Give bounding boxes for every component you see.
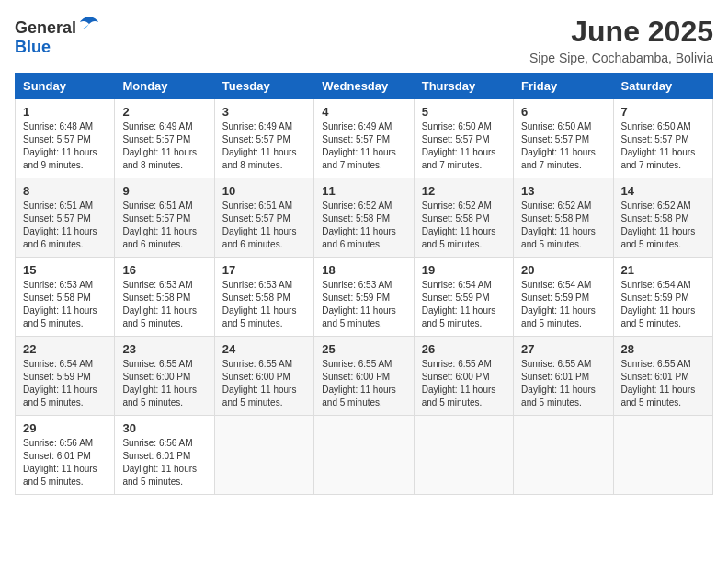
- calendar-cell: 17Sunrise: 6:53 AMSunset: 5:58 PMDayligh…: [214, 258, 313, 337]
- day-number: 10: [222, 184, 306, 198]
- day-info: Sunrise: 6:51 AMSunset: 5:57 PMDaylight:…: [122, 200, 206, 251]
- calendar-cell: 1Sunrise: 6:48 AMSunset: 5:57 PMDaylight…: [16, 99, 115, 178]
- calendar-cell: 30Sunrise: 6:56 AMSunset: 6:01 PMDayligh…: [115, 416, 214, 495]
- day-info: Sunrise: 6:55 AMSunset: 6:00 PMDaylight:…: [222, 358, 306, 409]
- month-title: June 2025: [529, 15, 713, 49]
- calendar-cell: 9Sunrise: 6:51 AMSunset: 5:57 PMDaylight…: [115, 178, 214, 258]
- day-info: Sunrise: 6:49 AMSunset: 5:57 PMDaylight:…: [222, 121, 306, 172]
- day-info: Sunrise: 6:51 AMSunset: 5:57 PMDaylight:…: [23, 200, 107, 251]
- day-info: Sunrise: 6:50 AMSunset: 5:57 PMDaylight:…: [521, 121, 605, 172]
- calendar-cell: 26Sunrise: 6:55 AMSunset: 6:00 PMDayligh…: [414, 337, 513, 416]
- calendar-week-row: 1Sunrise: 6:48 AMSunset: 5:57 PMDaylight…: [16, 99, 713, 178]
- day-number: 9: [122, 184, 206, 198]
- calendar-cell: 10Sunrise: 6:51 AMSunset: 5:57 PMDayligh…: [214, 178, 313, 258]
- day-info: Sunrise: 6:55 AMSunset: 6:01 PMDaylight:…: [521, 358, 605, 409]
- day-number: 28: [621, 342, 705, 356]
- day-number: 30: [122, 421, 206, 435]
- calendar-table: SundayMondayTuesdayWednesdayThursdayFrid…: [15, 73, 713, 495]
- calendar-cell: [613, 416, 712, 495]
- day-info: Sunrise: 6:51 AMSunset: 5:57 PMDaylight:…: [222, 200, 306, 251]
- day-info: Sunrise: 6:54 AMSunset: 5:59 PMDaylight:…: [23, 358, 107, 409]
- day-info: Sunrise: 6:55 AMSunset: 6:00 PMDaylight:…: [322, 358, 405, 409]
- day-info: Sunrise: 6:56 AMSunset: 6:01 PMDaylight:…: [122, 437, 206, 488]
- day-number: 14: [621, 184, 705, 198]
- day-info: Sunrise: 6:52 AMSunset: 5:58 PMDaylight:…: [521, 200, 605, 251]
- day-info: Sunrise: 6:52 AMSunset: 5:58 PMDaylight:…: [322, 200, 405, 251]
- weekday-header-saturday: Saturday: [613, 74, 712, 99]
- calendar-cell: 8Sunrise: 6:51 AMSunset: 5:57 PMDaylight…: [16, 178, 115, 258]
- calendar-cell: 18Sunrise: 6:53 AMSunset: 5:59 PMDayligh…: [314, 258, 414, 337]
- calendar-cell: [414, 416, 513, 495]
- weekday-header-tuesday: Tuesday: [214, 74, 313, 99]
- day-info: Sunrise: 6:52 AMSunset: 5:58 PMDaylight:…: [621, 200, 705, 251]
- day-number: 8: [23, 184, 107, 198]
- calendar-cell: [314, 416, 414, 495]
- calendar-body: 1Sunrise: 6:48 AMSunset: 5:57 PMDaylight…: [16, 99, 713, 495]
- logo-blue: Blue: [15, 38, 51, 56]
- calendar-cell: 6Sunrise: 6:50 AMSunset: 5:57 PMDaylight…: [514, 99, 613, 178]
- day-number: 13: [521, 184, 605, 198]
- day-number: 2: [122, 105, 206, 119]
- weekday-header-monday: Monday: [115, 74, 214, 99]
- day-number: 16: [122, 263, 206, 277]
- day-number: 24: [222, 342, 306, 356]
- logo-general: General: [15, 18, 76, 37]
- day-info: Sunrise: 6:56 AMSunset: 6:01 PMDaylight:…: [23, 437, 107, 488]
- day-info: Sunrise: 6:55 AMSunset: 6:00 PMDaylight:…: [422, 358, 506, 409]
- day-number: 21: [621, 263, 705, 277]
- day-number: 26: [422, 342, 506, 356]
- logo-bird-icon: [78, 15, 100, 33]
- calendar-week-row: 29Sunrise: 6:56 AMSunset: 6:01 PMDayligh…: [16, 416, 713, 495]
- day-info: Sunrise: 6:55 AMSunset: 6:01 PMDaylight:…: [621, 358, 705, 409]
- day-info: Sunrise: 6:53 AMSunset: 5:58 PMDaylight:…: [222, 279, 306, 330]
- calendar-week-row: 8Sunrise: 6:51 AMSunset: 5:57 PMDaylight…: [16, 178, 713, 258]
- calendar-cell: [514, 416, 613, 495]
- title-section: June 2025 Sipe Sipe, Cochabamba, Bolivia: [529, 15, 713, 65]
- calendar-cell: 5Sunrise: 6:50 AMSunset: 5:57 PMDaylight…: [414, 99, 513, 178]
- weekday-header-friday: Friday: [514, 74, 613, 99]
- calendar-cell: 7Sunrise: 6:50 AMSunset: 5:57 PMDaylight…: [613, 99, 712, 178]
- calendar-cell: 15Sunrise: 6:53 AMSunset: 5:58 PMDayligh…: [16, 258, 115, 337]
- weekday-header-row: SundayMondayTuesdayWednesdayThursdayFrid…: [16, 74, 713, 99]
- calendar-cell: 25Sunrise: 6:55 AMSunset: 6:00 PMDayligh…: [314, 337, 414, 416]
- page-header: General Blue June 2025 Sipe Sipe, Cochab…: [15, 15, 713, 65]
- weekday-header-thursday: Thursday: [414, 74, 513, 99]
- calendar-cell: 21Sunrise: 6:54 AMSunset: 5:59 PMDayligh…: [613, 258, 712, 337]
- day-number: 27: [521, 342, 605, 356]
- day-info: Sunrise: 6:53 AMSunset: 5:58 PMDaylight:…: [23, 279, 107, 330]
- calendar-week-row: 22Sunrise: 6:54 AMSunset: 5:59 PMDayligh…: [16, 337, 713, 416]
- day-info: Sunrise: 6:54 AMSunset: 5:59 PMDaylight:…: [621, 279, 705, 330]
- calendar-cell: 13Sunrise: 6:52 AMSunset: 5:58 PMDayligh…: [514, 178, 613, 258]
- day-info: Sunrise: 6:52 AMSunset: 5:58 PMDaylight:…: [422, 200, 506, 251]
- calendar-cell: 23Sunrise: 6:55 AMSunset: 6:00 PMDayligh…: [115, 337, 214, 416]
- calendar-cell: 29Sunrise: 6:56 AMSunset: 6:01 PMDayligh…: [16, 416, 115, 495]
- day-number: 29: [23, 421, 107, 435]
- logo: General Blue: [15, 15, 100, 57]
- day-info: Sunrise: 6:53 AMSunset: 5:59 PMDaylight:…: [322, 279, 405, 330]
- calendar-header: SundayMondayTuesdayWednesdayThursdayFrid…: [16, 74, 713, 99]
- calendar-cell: 3Sunrise: 6:49 AMSunset: 5:57 PMDaylight…: [214, 99, 313, 178]
- day-number: 7: [621, 105, 705, 119]
- day-number: 25: [322, 342, 405, 356]
- calendar-cell: 12Sunrise: 6:52 AMSunset: 5:58 PMDayligh…: [414, 178, 513, 258]
- day-number: 18: [322, 263, 405, 277]
- day-info: Sunrise: 6:50 AMSunset: 5:57 PMDaylight:…: [621, 121, 705, 172]
- day-number: 20: [521, 263, 605, 277]
- day-number: 4: [322, 105, 405, 119]
- day-info: Sunrise: 6:49 AMSunset: 5:57 PMDaylight:…: [322, 121, 405, 172]
- day-number: 6: [521, 105, 605, 119]
- calendar-cell: 14Sunrise: 6:52 AMSunset: 5:58 PMDayligh…: [613, 178, 712, 258]
- calendar-cell: [214, 416, 313, 495]
- day-number: 22: [23, 342, 107, 356]
- day-number: 11: [322, 184, 405, 198]
- weekday-header-sunday: Sunday: [16, 74, 115, 99]
- day-info: Sunrise: 6:49 AMSunset: 5:57 PMDaylight:…: [122, 121, 206, 172]
- day-number: 23: [122, 342, 206, 356]
- day-number: 19: [422, 263, 506, 277]
- calendar-cell: 11Sunrise: 6:52 AMSunset: 5:58 PMDayligh…: [314, 178, 414, 258]
- day-info: Sunrise: 6:48 AMSunset: 5:57 PMDaylight:…: [23, 121, 107, 172]
- day-info: Sunrise: 6:53 AMSunset: 5:58 PMDaylight:…: [122, 279, 206, 330]
- calendar-cell: 24Sunrise: 6:55 AMSunset: 6:00 PMDayligh…: [214, 337, 313, 416]
- day-number: 12: [422, 184, 506, 198]
- day-info: Sunrise: 6:54 AMSunset: 5:59 PMDaylight:…: [521, 279, 605, 330]
